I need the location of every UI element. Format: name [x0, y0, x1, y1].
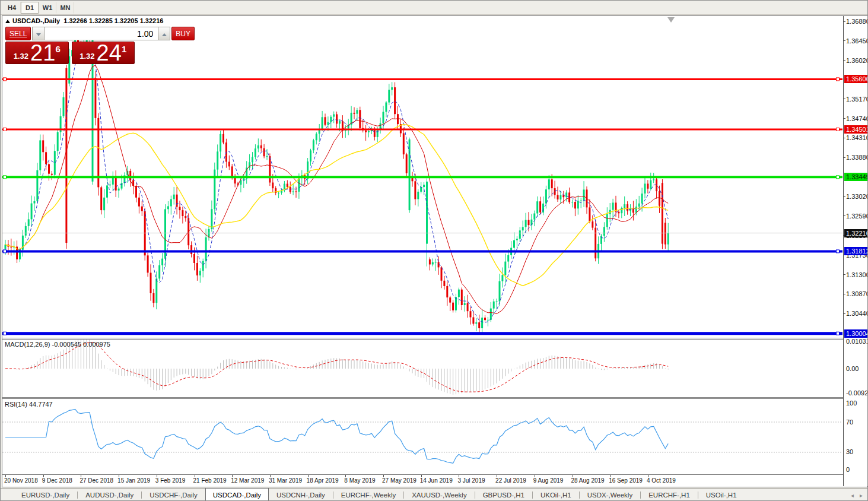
price-axis-label: 1.36020 — [846, 57, 868, 64]
date-axis-label: 8 May 2019 — [344, 477, 375, 484]
line-handle — [837, 176, 840, 179]
chart-tab-eurchf-h1[interactable]: EURCHF-,H1 — [641, 489, 698, 501]
panel-splitter[interactable] — [2, 397, 867, 398]
chart-tab-xauusd-weekly[interactable]: XAUUSD-,Weekly — [404, 489, 474, 501]
macd-scale-label: 0.00 — [846, 365, 859, 372]
chart-tab-usoil-h1[interactable]: USOil-,H1 — [698, 489, 745, 501]
date-axis-label: 20 Nov 2018 — [4, 477, 38, 484]
timeframe-button-mn[interactable]: MN — [56, 2, 74, 14]
chart-symbol: USDCAD-,Daily — [12, 17, 60, 24]
tab-scroll-right-icon[interactable]: ▸ — [860, 492, 863, 499]
price-axis-label: 1.30870 — [846, 290, 868, 297]
date-axis-label: 31 Mar 2019 — [269, 477, 302, 484]
panel-splitter[interactable] — [2, 339, 867, 340]
price-line-badge: 1.34501 — [844, 125, 868, 134]
timeframe-toolbar: H4D1W1MN — [1, 1, 867, 15]
price-line-badge: 1.33449 — [844, 173, 868, 181]
one-click-trading-panel: SELL BUY 1.32 21 6 1.32 24 1 — [5, 27, 135, 64]
price-axis-label: 1.32590 — [846, 213, 868, 220]
price-axis-label: 1.30440 — [846, 310, 868, 317]
candles — [5, 28, 669, 334]
price-axis-label: 1.33880 — [846, 154, 868, 161]
volume-decrease-button[interactable] — [32, 27, 44, 40]
price-axis-label: 1.31300 — [846, 271, 868, 278]
chart-tab-usdx-weekly[interactable]: USDX-,Weekly — [580, 489, 640, 501]
line-handle — [837, 250, 840, 253]
chart-tab-gbpusd-h1[interactable]: GBPUSD-,H1 — [475, 489, 532, 501]
volume-increase-button[interactable] — [158, 27, 170, 40]
sell-price-small: 1.32 — [14, 52, 28, 61]
date-axis-label: 15 Jan 2019 — [117, 477, 150, 484]
axis-tick — [844, 274, 845, 275]
chart-tab-ukoil-h1[interactable]: UKOil-,H1 — [533, 489, 579, 501]
axis-tick — [844, 157, 845, 158]
price-line-badge: 1.31812 — [844, 247, 868, 255]
line-handle — [4, 176, 7, 179]
price-line-badge: 1.30004 — [844, 329, 868, 338]
chart-tab-audusd-daily[interactable]: AUDUSD-,Daily — [78, 489, 141, 501]
rsi-scale-label: 70 — [846, 418, 853, 426]
line-handle — [837, 128, 840, 131]
macd-panel[interactable] — [2, 340, 843, 397]
price-line-badge: 1.32216 — [844, 229, 868, 237]
symbol-triangle-icon — [5, 20, 10, 23]
price-chart[interactable] — [2, 16, 843, 338]
buy-price-small: 1.32 — [80, 52, 94, 61]
panel-splitter[interactable] — [2, 398, 867, 399]
date-axis-label: 16 Sep 2019 — [609, 477, 643, 484]
sell-button[interactable]: SELL — [5, 27, 31, 40]
price-axis-label: 1.35170 — [846, 96, 868, 103]
axis-tick — [844, 215, 845, 216]
line-handle — [837, 78, 840, 81]
volume-input[interactable] — [44, 27, 158, 40]
ma-5-line — [5, 43, 668, 322]
axis-tick — [844, 118, 845, 119]
price-axis[interactable]: 1.368801.364501.360201.351701.347401.343… — [844, 16, 868, 486]
date-axis-label: 4 Oct 2019 — [647, 477, 676, 484]
date-axis-label: 28 Aug 2019 — [571, 477, 605, 484]
sell-price-box[interactable]: 1.32 21 6 — [5, 42, 69, 64]
macd-scale-label: -0.009203 — [846, 389, 868, 397]
date-axis[interactable]: 20 Nov 20189 Dec 201827 Dec 201815 Jan 2… — [2, 475, 843, 487]
rsi-line — [5, 409, 668, 463]
mt4-window: H4D1W1MN USDCAD-,Daily 1.32266 1.32285 1… — [0, 0, 868, 501]
timeframe-button-d1[interactable]: D1 — [21, 2, 39, 14]
chart-tab-eurchf-weekly[interactable]: EURCHF-,Weekly — [333, 489, 403, 501]
rsi-panel[interactable] — [2, 399, 843, 474]
axis-tick — [844, 294, 845, 294]
chart-tab-usdchf-daily[interactable]: USDCHF-,Daily — [142, 489, 205, 501]
macd-label: MACD(12,26,9) -0.000545 0.000975 — [5, 341, 110, 348]
axis-tick — [844, 138, 845, 138]
rsi-scale-label: 30 — [846, 448, 853, 455]
axis-tick — [844, 40, 845, 41]
chart-tab-bar: EURUSD-,DailyAUDUSD-,DailyUSDCHF-,DailyU… — [1, 488, 867, 501]
sell-price-big: 21 — [30, 43, 55, 63]
price-axis-label: 1.34310 — [846, 134, 868, 141]
timeframe-button-w1[interactable]: W1 — [39, 2, 56, 14]
chart-tab-usdcad-daily[interactable]: USDCAD-,Daily — [205, 488, 269, 501]
line-handle — [4, 250, 7, 253]
macd-scale-label: 0.010311 — [846, 338, 868, 345]
date-axis-label: 14 Jun 2019 — [420, 477, 453, 484]
date-axis-label: 12 Mar 2019 — [231, 477, 264, 484]
buy-price-big: 24 — [97, 43, 122, 63]
chart-tab-eurusd-daily[interactable]: EURUSD-,Daily — [14, 489, 77, 501]
line-handle — [837, 332, 840, 335]
line-handle — [4, 78, 7, 81]
buy-price-box[interactable]: 1.32 24 1 — [72, 42, 135, 64]
rsi-scale-label: 100 — [846, 399, 857, 407]
tab-scroll-left-icon[interactable]: ◂ — [851, 492, 854, 499]
date-axis-label: 9 Aug 2019 — [533, 477, 564, 484]
line-handle — [4, 128, 7, 131]
axis-tick — [844, 21, 845, 22]
timeframe-button-h4[interactable]: H4 — [3, 2, 21, 14]
date-axis-label: 22 Jul 2019 — [495, 477, 526, 484]
buy-button[interactable]: BUY — [171, 27, 195, 40]
chart-shift-icon[interactable] — [667, 17, 675, 23]
chart-title: USDCAD-,Daily 1.32266 1.32285 1.32205 1.… — [5, 17, 163, 24]
volume-spinner — [32, 27, 170, 40]
chart-tab-usdcnh-daily[interactable]: USDCNH-,Daily — [269, 489, 333, 501]
axis-tick — [844, 60, 845, 61]
axis-tick — [844, 196, 845, 197]
panel-splitter[interactable] — [2, 338, 867, 338]
